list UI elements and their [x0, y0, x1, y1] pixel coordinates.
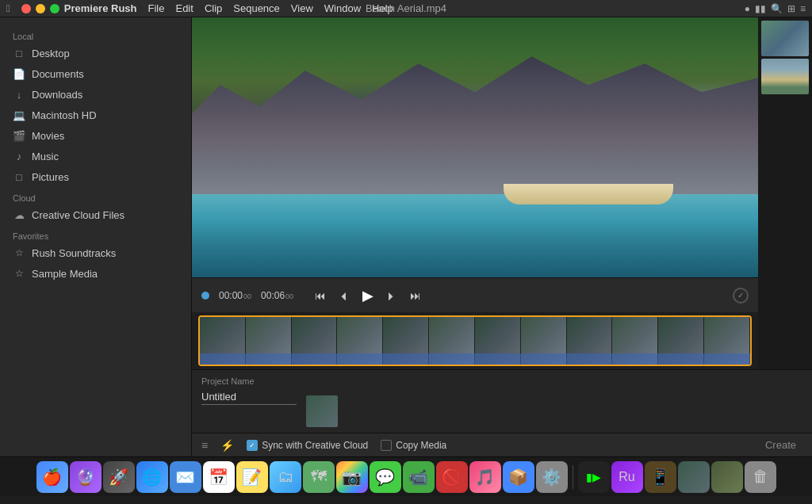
- dock-thumb1[interactable]: [678, 461, 710, 493]
- hamburger-icon[interactable]: ≡: [201, 439, 208, 452]
- thumbnail-sidebar: [758, 17, 812, 369]
- skip-to-end-button[interactable]: ⏭: [408, 288, 423, 304]
- sidebar-item-rush-soundtracks[interactable]: ☆ Rush Soundtracks: [0, 242, 191, 263]
- menu-edit[interactable]: Edit: [175, 2, 193, 14]
- dock-launchpad[interactable]: 🚀: [103, 461, 135, 493]
- project-name-label: Project Name: [201, 376, 297, 386]
- project-thumbnail[interactable]: [306, 395, 338, 427]
- play-button[interactable]: ▶: [360, 288, 376, 304]
- playback-controls: 00:00 00 00:06 00 ⏮ ⏴ ▶ ⏵ ⏭: [192, 277, 758, 312]
- tray-menu[interactable]: ≡: [800, 3, 806, 14]
- current-time: 00:00: [219, 290, 243, 301]
- sidebar-item-sample-media[interactable]: ☆ Sample Media: [0, 263, 191, 284]
- cloud-section-label: Cloud: [0, 190, 191, 204]
- sidebar-item-documents[interactable]: 📄 Documents: [0, 63, 191, 84]
- creative-cloud-icon: ☁: [13, 208, 25, 221]
- dock-siri[interactable]: 🔮: [70, 461, 102, 493]
- video-preview: [192, 17, 758, 277]
- sidebar-item-desktop-label: Desktop: [32, 48, 70, 59]
- dock-notes[interactable]: 📝: [236, 461, 268, 493]
- close-button[interactable]: [21, 4, 31, 13]
- maximize-button[interactable]: [50, 4, 59, 13]
- menu-file[interactable]: File: [148, 2, 165, 14]
- menu-bar: Premiere Rush File Edit Clip Sequence Vi…: [64, 2, 393, 14]
- movies-icon: 🎬: [13, 129, 25, 142]
- sidebar-item-movies-label: Movies: [32, 130, 64, 142]
- star-icon-sample-media: ☆: [13, 267, 25, 280]
- documents-icon: 📄: [13, 67, 25, 80]
- sidebar-item-creative-cloud[interactable]: ☁ Creative Cloud Files: [0, 204, 191, 225]
- sync-checkbox-label[interactable]: ✓ Sync with Creative Cloud: [247, 440, 368, 451]
- sidebar-item-sample-media-label: Sample Media: [32, 268, 98, 280]
- tray-search[interactable]: 🔍: [771, 3, 783, 14]
- project-name-value[interactable]: Untitled: [201, 391, 297, 405]
- dock-files[interactable]: 🗂: [270, 461, 301, 493]
- video-section: 00:00 00 00:06 00 ⏮ ⏴ ▶ ⏵ ⏭: [192, 17, 812, 369]
- thumbnail-1[interactable]: [761, 21, 809, 56]
- copy-media-checkbox-label[interactable]: Copy Media: [381, 440, 446, 451]
- main-layout: Local □ Desktop 📄 Documents ↓ Downloads …: [0, 17, 812, 456]
- system-tray: ● ▮▮ 🔍 ⊞ ≡: [745, 3, 806, 14]
- sidebar-item-pictures-label: Pictures: [32, 171, 69, 183]
- dock-maps[interactable]: 🗺: [303, 461, 335, 493]
- filter-icon[interactable]: ⚡: [220, 439, 234, 452]
- menu-view[interactable]: View: [291, 2, 313, 14]
- sidebar-item-desktop[interactable]: □ Desktop: [0, 43, 191, 63]
- sidebar-item-pictures[interactable]: □ Pictures: [0, 166, 191, 187]
- apple-icon[interactable]: : [6, 2, 10, 14]
- dock-mail[interactable]: ✉️: [170, 461, 201, 493]
- dock-another-app[interactable]: 📱: [645, 461, 676, 493]
- dock-premiere-rush[interactable]: Ru: [611, 461, 643, 493]
- strip-blue-bar: [200, 353, 750, 365]
- downloads-icon: ↓: [13, 88, 25, 101]
- bottom-panel: Project Name Untitled: [192, 369, 812, 433]
- app-name[interactable]: Premiere Rush: [64, 2, 137, 14]
- thumbnail-2[interactable]: [761, 59, 809, 94]
- sidebar-item-rush-soundtracks-label: Rush Soundtracks: [32, 247, 116, 259]
- macintosh-hd-icon: 💻: [13, 109, 25, 121]
- dock-calendar[interactable]: 📅: [203, 461, 235, 493]
- pictures-icon: □: [13, 170, 25, 183]
- dock-terminal[interactable]: ▮▶: [578, 461, 610, 493]
- sidebar-item-documents-label: Documents: [32, 68, 84, 80]
- tray-control[interactable]: ⊞: [787, 3, 795, 14]
- dock-safari[interactable]: 🌐: [136, 461, 168, 493]
- video-bg: [192, 17, 758, 277]
- dock-itunes[interactable]: 🎵: [469, 461, 501, 493]
- step-back-button[interactable]: ⏴: [336, 288, 352, 304]
- create-button[interactable]: Create: [759, 437, 802, 452]
- dock-sysprefs[interactable]: ⚙️: [536, 461, 568, 493]
- sidebar-item-music[interactable]: ♪ Music: [0, 146, 191, 166]
- copy-media-checkbox[interactable]: [381, 440, 392, 451]
- dock-facetime[interactable]: 📹: [403, 461, 435, 493]
- local-section-label: Local: [0, 29, 191, 43]
- sidebar-item-creative-cloud-label: Creative Cloud Files: [32, 209, 124, 221]
- dock-messages[interactable]: 💬: [370, 461, 401, 493]
- skip-to-start-button[interactable]: ⏮: [312, 288, 328, 304]
- film-strip[interactable]: [198, 315, 752, 366]
- dock-thumb2[interactable]: [711, 461, 743, 493]
- dock-trash[interactable]: 🗑: [745, 461, 776, 493]
- dock-finder[interactable]: 🍎: [36, 461, 68, 493]
- title-bar-left:  Premiere Rush File Edit Clip Sequence …: [6, 2, 393, 14]
- step-forward-button[interactable]: ⏵: [384, 288, 400, 304]
- dock-appstore[interactable]: 📦: [503, 461, 534, 493]
- sidebar-item-macintosh-hd[interactable]: 💻 Macintosh HD: [0, 105, 191, 125]
- menu-sequence[interactable]: Sequence: [233, 2, 280, 14]
- dock-dnd[interactable]: 🚫: [436, 461, 468, 493]
- menu-clip[interactable]: Clip: [205, 2, 222, 14]
- tray-wifi: ●: [745, 3, 750, 14]
- content-area: 00:00 00 00:06 00 ⏮ ⏴ ▶ ⏵ ⏭: [192, 17, 812, 456]
- sidebar-item-movies[interactable]: 🎬 Movies: [0, 125, 191, 146]
- minimize-button[interactable]: [36, 4, 45, 13]
- transport-controls: ⏮ ⏴ ▶ ⏵ ⏭: [312, 288, 423, 304]
- menu-window[interactable]: Window: [324, 2, 361, 14]
- done-icon[interactable]: ✓: [733, 288, 749, 304]
- project-label-row: Project Name Untitled: [201, 376, 297, 405]
- dock-photos[interactable]: 📷: [336, 461, 368, 493]
- sidebar-item-downloads[interactable]: ↓ Downloads: [0, 84, 191, 105]
- sync-checkbox[interactable]: ✓: [247, 440, 258, 451]
- sidebar: Local □ Desktop 📄 Documents ↓ Downloads …: [0, 17, 192, 456]
- favorites-section-label: Favorites: [0, 228, 191, 242]
- sidebar-item-macintosh-hd-label: Macintosh HD: [32, 109, 97, 121]
